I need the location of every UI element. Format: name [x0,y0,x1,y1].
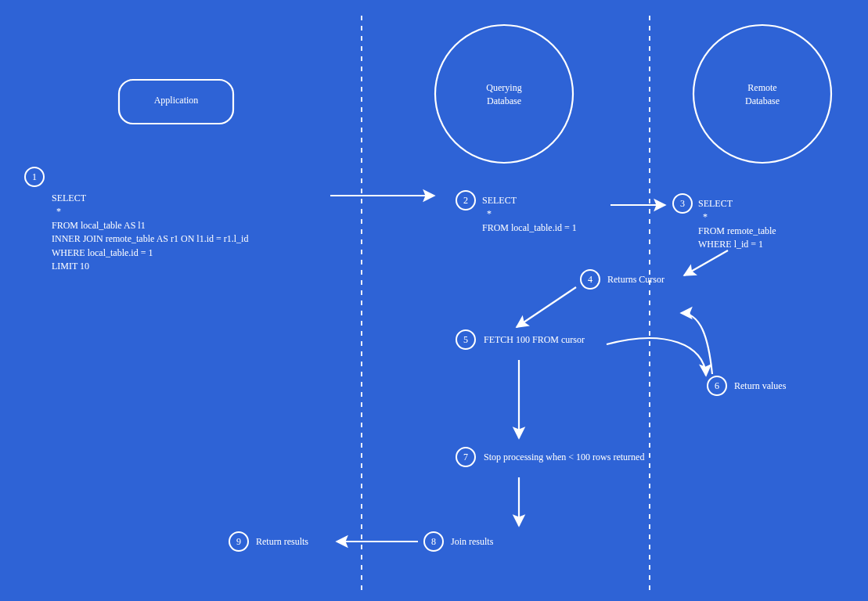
step-6-num: 6 [715,380,719,391]
step-1-num: 1 [32,171,37,182]
step-7-num: 7 [463,452,468,462]
step-3-text: SELECT * FROM remote_table WHERE l_id = … [698,197,776,252]
step-4-text: Returns Cursor [607,273,665,286]
arrow-3-4 [684,250,728,275]
step-9-text: Return results [256,535,308,549]
diagram-stage: 1 2 3 4 5 6 7 8 9 [0,0,868,601]
remote-db-label: Remote Database [715,81,809,109]
step-5-text: FETCH 100 FROM cursor [484,333,585,347]
step-5-num: 5 [463,334,468,345]
step-6-text: Return values [734,380,786,393]
step-4-num: 4 [588,274,592,285]
arrow-6-loop [681,313,712,374]
step-2-num: 2 [463,195,468,206]
querying-db-label: Querying Database [457,81,551,109]
step-7-text: Stop processing when < 100 rows returned [484,451,644,464]
step-8-num: 8 [431,536,436,547]
application-label: Application [119,94,233,107]
step-8-text: Join results [451,535,493,549]
arrow-5-6 [607,338,706,376]
step-3-num: 3 [680,198,685,209]
step-9-num: 9 [236,536,241,547]
arrow-4-5 [517,287,576,327]
step-2-text: SELECT * FROM local_table.id = 1 [482,194,577,235]
step-1-text: SELECT * FROM local_table AS l1 INNER JO… [52,192,248,273]
